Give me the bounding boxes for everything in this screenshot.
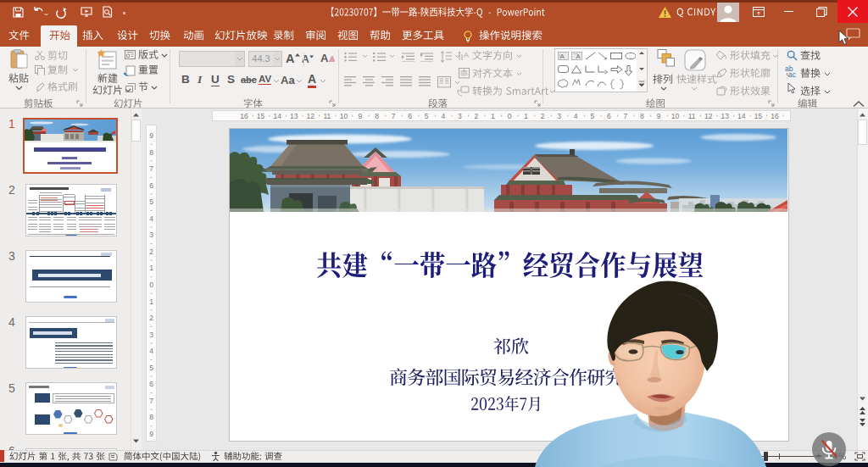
svg-text:16: 16	[240, 112, 248, 120]
svg-text:7: 7	[149, 397, 153, 405]
svg-text:15: 15	[754, 112, 763, 120]
svg-text:A: A	[560, 53, 565, 60]
svg-text:1: 1	[149, 297, 153, 306]
svg-text:6: 6	[149, 380, 153, 388]
svg-text:3: 3	[557, 112, 561, 120]
svg-text:4: 4	[149, 214, 153, 223]
svg-text:4: 4	[574, 112, 578, 120]
svg-text:12: 12	[704, 112, 713, 120]
svg-text:0: 0	[149, 281, 153, 289]
svg-text:9: 9	[657, 112, 661, 120]
svg-text:16: 16	[771, 112, 779, 120]
svg-text:7: 7	[149, 164, 153, 173]
svg-text:14: 14	[737, 112, 746, 120]
svg-text:2: 2	[149, 314, 153, 322]
svg-text:11: 11	[323, 112, 331, 120]
svg-text:8: 8	[149, 413, 153, 421]
svg-text:3: 3	[149, 231, 153, 239]
svg-text:14: 14	[273, 112, 281, 120]
svg-text:15: 15	[257, 112, 265, 120]
svg-text:1: 1	[149, 264, 153, 272]
svg-text:3: 3	[458, 112, 462, 120]
svg-text:5: 5	[149, 197, 153, 206]
svg-text:3: 3	[149, 331, 153, 339]
svg-text:7: 7	[624, 112, 628, 120]
svg-text:5: 5	[590, 112, 594, 120]
svg-text:8: 8	[149, 148, 153, 157]
svg-text:10: 10	[340, 112, 348, 120]
svg-text:6: 6	[607, 112, 611, 120]
svg-text:4: 4	[149, 347, 153, 355]
svg-text:0: 0	[508, 112, 512, 120]
svg-text:2: 2	[149, 247, 153, 256]
svg-text:8: 8	[375, 112, 379, 120]
svg-text:7: 7	[392, 112, 396, 120]
svg-text:12: 12	[307, 112, 315, 120]
svg-text:8: 8	[640, 112, 644, 120]
svg-text:2: 2	[541, 112, 545, 120]
svg-text:2: 2	[475, 112, 479, 120]
svg-text:9: 9	[149, 131, 153, 140]
svg-text:A: A	[320, 52, 329, 64]
svg-text:13: 13	[721, 112, 730, 120]
svg-text:4: 4	[441, 112, 445, 120]
svg-text:A: A	[286, 52, 295, 64]
svg-text:10: 10	[671, 112, 680, 120]
svg-text:5: 5	[425, 112, 429, 120]
svg-text:11: 11	[688, 112, 696, 120]
svg-text:9: 9	[359, 112, 363, 120]
svg-text:5: 5	[149, 364, 153, 372]
svg-text:ac: ac	[788, 70, 797, 77]
svg-text:1: 1	[491, 112, 495, 120]
svg-text:A: A	[464, 51, 469, 59]
svg-text:1: 1	[524, 112, 528, 120]
svg-text:6: 6	[149, 181, 153, 190]
svg-text:13: 13	[290, 112, 298, 120]
svg-text:9: 9	[149, 430, 153, 438]
svg-text:6: 6	[408, 112, 412, 120]
